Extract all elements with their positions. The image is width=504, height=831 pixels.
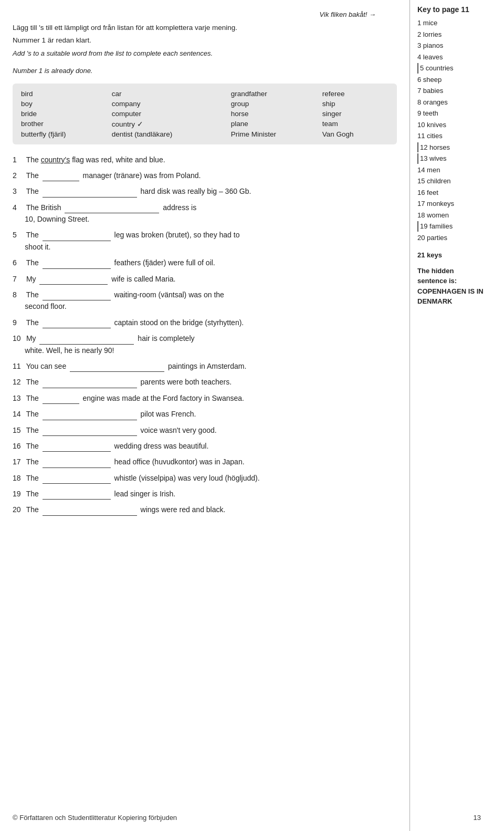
sidebar-list-item: 12 horses — [417, 142, 496, 153]
word-col1-row2: boy — [21, 99, 112, 109]
word-col1-row3: bride — [21, 109, 112, 119]
sidebar-list-item: 1 mice — [417, 18, 496, 28]
exercise-num: 10 — [13, 333, 24, 344]
exercise-num: 12 — [13, 376, 24, 388]
word-col2-row5: dentist (tandläkare) — [112, 129, 231, 139]
exercise-num: 18 — [13, 472, 24, 484]
word-col4-row3: singer — [322, 109, 388, 119]
exercise-num: 16 — [13, 440, 24, 452]
exercise-item: 2 The manager (tränare) was from Poland. — [13, 170, 397, 181]
arrow-icon: → — [369, 11, 376, 18]
exercise-num: 19 — [13, 488, 24, 500]
exercise-item: 19 The lead singer is Irish. — [13, 488, 397, 500]
sidebar-list-item: 16 feet — [417, 188, 496, 198]
word-col3-row5: Prime Minister — [231, 129, 322, 139]
page-footer: © Författaren och Studentlitteratur Kopi… — [0, 814, 504, 822]
sidebar-keys-label: 21 keys — [417, 250, 496, 261]
sidebar-list-item: 20 parties — [417, 233, 496, 243]
exercise-num: 2 — [13, 170, 24, 181]
exercise-blank[interactable] — [43, 413, 137, 420]
exercise-num: 17 — [13, 456, 24, 468]
exercise-num: 14 — [13, 408, 24, 420]
exercise-item: 3 The hard disk was really big – 360 Gb. — [13, 185, 397, 197]
sidebar-list-item: 2 lorries — [417, 29, 496, 40]
sidebar-list-item: 17 monkeys — [417, 199, 496, 209]
word-col2-row1: car — [112, 89, 231, 99]
sidebar-hidden-sentence: The hidden sentence is: COPENHAGEN IS IN… — [417, 266, 496, 307]
word-col1-row5: butterfly (fjäril) — [21, 129, 112, 139]
exercise-blank[interactable] — [43, 444, 111, 452]
word-col4-row5: Van Gogh — [322, 129, 388, 139]
exercise-item: 10 My hair is completely white. Well, he… — [13, 333, 397, 356]
word-box: bird car grandfather referee boy company… — [13, 84, 397, 144]
exercise-blank[interactable] — [43, 174, 79, 181]
exercise-num: 6 — [13, 257, 24, 268]
exercise-item: 8 The waiting-room (väntsal) was on the … — [13, 289, 397, 313]
exercise-blank[interactable] — [39, 337, 134, 345]
exercise-item: 9 The captain stood on the bridge (styrh… — [13, 317, 397, 328]
exercise-item: 13 The engine was made at the Ford facto… — [13, 392, 397, 404]
exercise-blank[interactable] — [43, 262, 111, 269]
exercise-num: 5 — [13, 229, 24, 241]
exercise-num: 1 — [13, 154, 24, 165]
word-col3-row1: grandfather — [231, 89, 322, 99]
exercise-blank[interactable] — [43, 429, 137, 436]
exercise-num: 8 — [13, 289, 24, 300]
exercise-item: 6 The feathers (fjäder) were full of oil… — [13, 257, 397, 268]
exercise-num: 4 — [13, 202, 24, 213]
word-col4-row2: ship — [322, 99, 388, 109]
sidebar-list-item: 9 teeth — [417, 108, 496, 119]
flip-tab: Vik fliken bakåt! → — [13, 11, 397, 18]
sidebar-list-item: 10 knives — [417, 120, 496, 130]
exercise-item: 17 The head office (huvudkontor) was in … — [13, 456, 397, 468]
footer-copyright: © Författaren och Studentlitteratur Kopi… — [13, 814, 177, 822]
exercise-blank[interactable] — [43, 476, 111, 484]
exercise-item: 20 The wings were red and black. — [13, 504, 397, 515]
exercise-blank[interactable] — [43, 508, 137, 516]
word-col2-row4: country ✓ — [112, 119, 231, 129]
sidebar-list-item: 13 wives — [417, 153, 496, 164]
exercise-blank[interactable] — [43, 381, 137, 388]
exercise-num: 20 — [13, 504, 24, 515]
exercise-item: 5 The leg was broken (brutet), so they h… — [13, 229, 397, 253]
sidebar-list-item: 11 cities — [417, 131, 496, 141]
instruction-english-1: Add 's to a suitable word from the list … — [13, 48, 397, 59]
exercise-blank[interactable] — [43, 321, 111, 328]
exercise-num: 15 — [13, 424, 24, 436]
sidebar-title: Key to page 11 — [417, 5, 496, 14]
exercise-item: 11 You can see paintings in Amsterdam. — [13, 360, 397, 372]
sidebar-list-item: 7 babies — [417, 86, 496, 96]
sidebar-list-item: 8 oranges — [417, 97, 496, 108]
word-col2-row2: company — [112, 99, 231, 109]
instruction-english-2: Number 1 is already done. — [13, 66, 397, 76]
word-col2-row3: computer — [112, 109, 231, 119]
word-col4-row1: referee — [322, 89, 388, 99]
word-col3-row2: group — [231, 99, 322, 109]
exercise-blank[interactable] — [65, 206, 159, 213]
sidebar-list-item: 3 pianos — [417, 40, 496, 51]
exercise-blank[interactable] — [43, 461, 111, 468]
exercise-item: 4 The British address is 10, Downing Str… — [13, 202, 397, 225]
exercise-blank[interactable] — [43, 397, 79, 404]
instruction-swedish-2: Nummer 1 är redan klart. — [13, 35, 397, 46]
sidebar-list-item: 15 children — [417, 176, 496, 186]
page-number: 13 — [474, 814, 491, 822]
exercise-item: 16 The wedding dress was beautiful. — [13, 440, 397, 452]
exercise-item: 7 My wife is called Maria. — [13, 273, 397, 285]
exercise-blank[interactable] — [43, 293, 111, 300]
exercise-blank[interactable] — [43, 234, 111, 241]
exercise-blank[interactable] — [39, 277, 108, 285]
exercise-blank[interactable] — [43, 492, 111, 500]
exercise-item: 12 The parents were both teachers. — [13, 376, 397, 388]
exercise-num: 9 — [13, 317, 24, 328]
sidebar-keys-section: 21 keys The hidden sentence is: COPENHAG… — [417, 250, 496, 307]
word-col1-row4: brother — [21, 119, 112, 129]
exercise-blank[interactable] — [70, 365, 164, 372]
exercise-item: 18 The whistle (visselpipa) was very lou… — [13, 472, 397, 484]
word-col3-row4: plane — [231, 119, 322, 129]
sidebar-list-item: 14 men — [417, 165, 496, 175]
exercise-num: 13 — [13, 392, 24, 404]
exercise-blank[interactable] — [43, 190, 137, 198]
exercise-num: 7 — [13, 273, 24, 285]
word-col1-row1: bird — [21, 89, 112, 99]
